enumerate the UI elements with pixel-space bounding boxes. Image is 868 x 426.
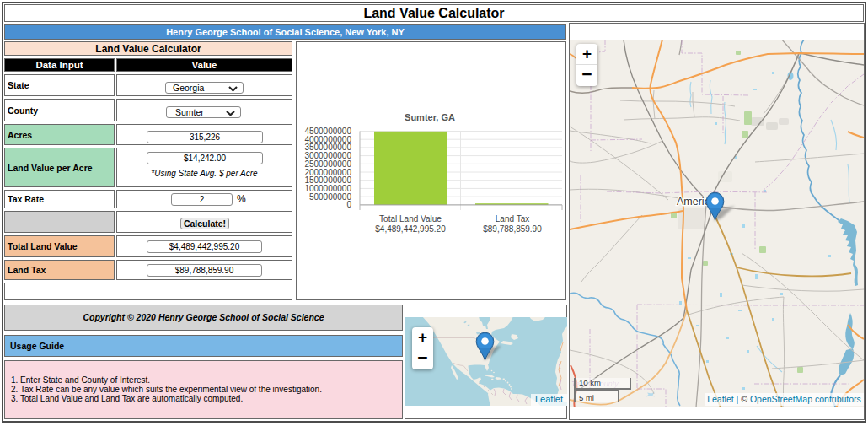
svg-text:Sumter, GA: Sumter, GA xyxy=(405,112,455,122)
svg-text:Total Land Value: Total Land Value xyxy=(379,214,442,224)
svg-text:Land Tax: Land Tax xyxy=(496,214,529,224)
svg-text:0: 0 xyxy=(346,200,351,209)
svg-text:500000000: 500000000 xyxy=(309,192,351,202)
svg-text:$89,788,859.90: $89,788,859.90 xyxy=(483,224,542,234)
svg-text:$4,489,442,995.20: $4,489,442,995.20 xyxy=(375,224,446,234)
